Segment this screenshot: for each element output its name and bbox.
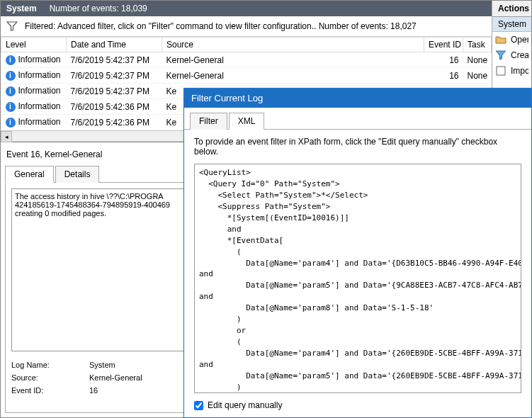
prop-label: Event ID: (11, 386, 89, 395)
dialog-title[interactable]: Filter Current Log (184, 89, 531, 108)
edit-query-manually-label: Edit query manually (208, 400, 282, 410)
prop-label: Source: (11, 373, 89, 382)
col-header-level[interactable]: Level (1, 38, 67, 52)
prop-value: 16 (89, 386, 98, 395)
prop-value: Kernel-General (89, 373, 142, 382)
edit-query-manually-row[interactable]: Edit query manually (194, 393, 521, 410)
level-text: Information (18, 55, 61, 64)
main-header: System Number of events: 18,039 (1, 1, 492, 16)
tab-general[interactable]: General (5, 166, 54, 183)
funnel-icon (6, 21, 18, 32)
cell-task: None (463, 52, 492, 68)
action-item[interactable]: Creat (492, 47, 531, 63)
event-count: Number of events: 18,039 (50, 4, 147, 13)
col-header-eventid[interactable]: Event ID (424, 38, 463, 52)
action-label: Open (511, 35, 528, 45)
info-icon: i (6, 71, 16, 81)
level-text: Information (18, 86, 61, 96)
log-name-title: System (6, 4, 37, 13)
col-header-task[interactable]: Task (463, 38, 492, 52)
xml-query-textbox[interactable]: <QueryList> <Query Id="0" Path="System">… (194, 164, 521, 393)
dialog-instruction: To provide an event filter in XPath form… (194, 137, 521, 157)
action-item[interactable]: Open (492, 32, 531, 47)
col-header-datetime[interactable]: Date and Time (67, 38, 162, 52)
level-text: Information (18, 70, 61, 80)
cell-datetime: 7/6/2019 5:42:36 PM (67, 99, 162, 115)
filter-status-bar: Filtered: Advanced filter, click on "Fil… (1, 16, 492, 37)
dialog-tab-filter[interactable]: Filter (190, 113, 227, 130)
cell-datetime: 7/6/2019 5:42:37 PM (67, 52, 162, 68)
prop-label: Log Name: (11, 361, 89, 369)
edit-query-manually-checkbox[interactable] (194, 401, 203, 410)
action-label: Creat (511, 50, 528, 60)
info-icon: i (6, 118, 16, 128)
actions-section-system[interactable]: System (492, 17, 531, 32)
filter-icon (495, 50, 506, 61)
level-text: Information (18, 101, 61, 111)
action-label: Impo (511, 66, 528, 76)
open-log-icon (495, 34, 506, 45)
info-icon: i (6, 86, 16, 96)
table-row[interactable]: iInformation7/6/2019 5:42:37 PMKernel-Ge… (1, 52, 492, 68)
dialog-tab-xml[interactable]: XML (229, 113, 265, 130)
filter-status-text: Filtered: Advanced filter, click on "Fil… (25, 21, 417, 31)
cell-datetime: 7/6/2019 5:42:37 PM (67, 68, 162, 84)
svg-rect-0 (497, 67, 505, 75)
cell-task: None (463, 68, 492, 84)
filter-current-log-dialog: Filter Current Log Filter XML To provide… (183, 88, 532, 418)
cell-eventid: 16 (424, 68, 463, 84)
prop-value: System (89, 361, 115, 369)
tab-details[interactable]: Details (55, 166, 100, 183)
cell-source: Kernel-General (162, 68, 424, 84)
table-row[interactable]: iInformation7/6/2019 5:42:37 PMKernel-Ge… (1, 68, 492, 84)
cell-eventid: 16 (424, 52, 463, 68)
actions-header: Actions (492, 1, 531, 17)
cell-datetime: 7/6/2019 5:42:36 PM (67, 115, 162, 130)
info-icon: i (6, 102, 16, 112)
info-icon: i (6, 55, 16, 65)
scroll-left-arrow-icon[interactable]: ◂ (1, 131, 12, 142)
import-icon (495, 65, 506, 77)
action-item[interactable]: Impo (492, 63, 531, 79)
cell-datetime: 7/6/2019 5:42:37 PM (67, 84, 162, 99)
level-text: Information (18, 117, 61, 127)
col-header-source[interactable]: Source (162, 38, 424, 52)
cell-source: Kernel-General (162, 52, 424, 68)
